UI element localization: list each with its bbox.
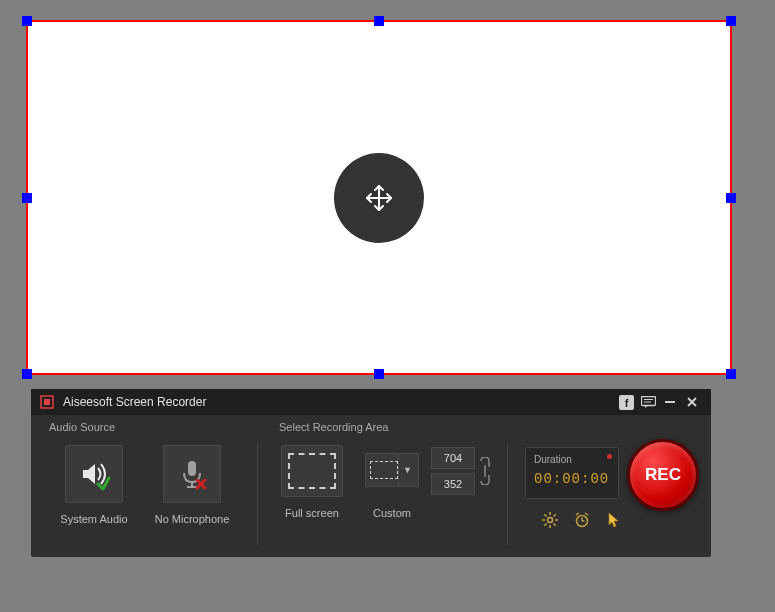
svg-rect-3 — [44, 399, 50, 405]
recording-selection-area[interactable] — [26, 20, 732, 375]
move-icon — [362, 181, 396, 215]
titlebar[interactable]: Aiseesoft Screen Recorder f — [31, 389, 711, 415]
svg-line-31 — [585, 513, 588, 515]
svg-point-18 — [548, 518, 553, 523]
record-button[interactable]: REC — [627, 439, 699, 511]
separator — [257, 445, 258, 545]
gear-icon — [542, 512, 558, 528]
separator — [507, 445, 508, 545]
audio-source-label: Audio Source — [49, 421, 115, 433]
recorder-window: Aiseesoft Screen Recorder f Audio Source… — [31, 389, 711, 557]
height-input[interactable]: 352 — [431, 473, 475, 495]
resize-handle-w[interactable] — [22, 193, 32, 203]
cursor-icon — [607, 512, 621, 528]
svg-text:f: f — [624, 397, 628, 409]
schedule-button[interactable] — [573, 511, 591, 529]
custom-label: Custom — [365, 507, 419, 519]
svg-rect-12 — [188, 461, 196, 476]
move-handle[interactable] — [334, 153, 424, 243]
svg-line-30 — [576, 513, 579, 515]
duration-panel[interactable]: Duration 00:00:00 — [525, 447, 619, 499]
duration-label: Duration — [534, 454, 610, 465]
microphone-label: No Microphone — [147, 513, 237, 525]
resize-handle-nw[interactable] — [22, 16, 32, 26]
resize-handle-s[interactable] — [374, 369, 384, 379]
microphone-off-icon — [174, 456, 210, 492]
resize-handle-sw[interactable] — [22, 369, 32, 379]
fullscreen-button[interactable] — [281, 445, 343, 497]
dropdown-caret-icon: ▼ — [398, 454, 416, 486]
svg-line-24 — [554, 524, 556, 526]
settings-button[interactable] — [541, 511, 559, 529]
svg-line-26 — [554, 514, 556, 516]
resize-handle-se[interactable] — [726, 369, 736, 379]
resize-handle-ne[interactable] — [726, 16, 736, 26]
recording-indicator-icon — [607, 454, 612, 459]
minimize-button[interactable] — [659, 391, 681, 413]
duration-time: 00:00:00 — [534, 471, 610, 487]
app-logo-icon — [39, 394, 55, 410]
system-audio-label: System Audio — [49, 513, 139, 525]
app-title: Aiseesoft Screen Recorder — [63, 395, 206, 409]
close-button[interactable] — [681, 391, 703, 413]
cursor-highlight-button[interactable] — [605, 511, 623, 529]
svg-line-23 — [544, 514, 546, 516]
microphone-button[interactable] — [163, 445, 221, 503]
fullscreen-icon — [288, 453, 336, 489]
alarm-clock-icon — [574, 512, 590, 528]
link-dimensions-icon[interactable] — [479, 457, 491, 488]
resize-handle-e[interactable] — [726, 193, 736, 203]
speaker-icon — [76, 456, 112, 492]
feedback-button[interactable] — [637, 391, 659, 413]
recording-area-label: Select Recording Area — [279, 421, 388, 433]
system-audio-button[interactable] — [65, 445, 123, 503]
fullscreen-label: Full screen — [281, 507, 343, 519]
svg-rect-6 — [641, 396, 655, 405]
custom-size-dropdown[interactable]: ▼ — [365, 453, 419, 487]
svg-line-25 — [544, 524, 546, 526]
resize-handle-n[interactable] — [374, 16, 384, 26]
facebook-button[interactable]: f — [615, 391, 637, 413]
width-input[interactable]: 704 — [431, 447, 475, 469]
custom-icon — [370, 461, 398, 479]
record-button-label: REC — [645, 465, 681, 485]
